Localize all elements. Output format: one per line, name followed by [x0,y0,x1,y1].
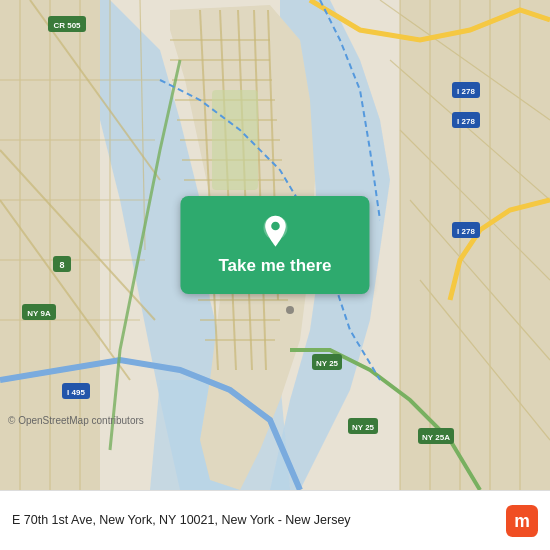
copyright-text: © OpenStreetMap contributors [8,415,144,426]
svg-text:NY 25: NY 25 [352,423,375,432]
svg-text:CR 505: CR 505 [53,21,81,30]
bottom-bar: E 70th 1st Ave, New York, NY 10021, New … [0,490,550,550]
svg-point-68 [286,306,294,314]
moovit-logo: m [506,505,538,537]
svg-point-70 [271,222,280,231]
svg-text:NY 25: NY 25 [316,359,339,368]
svg-text:I 278: I 278 [457,117,475,126]
svg-text:NY 9A: NY 9A [27,309,51,318]
take-me-there-button[interactable]: Take me there [180,196,369,294]
svg-text:8: 8 [59,260,64,270]
svg-rect-47 [212,90,258,190]
svg-text:m: m [514,511,530,531]
map-container: CR 505 I 278 I 278 I 278 NY 9A 8 NY 25 N… [0,0,550,490]
cta-overlay: Take me there [180,196,369,294]
svg-text:I 278: I 278 [457,227,475,236]
moovit-icon: m [506,505,538,537]
map-pin-icon [257,214,293,250]
button-label: Take me there [218,256,331,276]
svg-text:I 278: I 278 [457,87,475,96]
address-text: E 70th 1st Ave, New York, NY 10021, New … [12,512,506,530]
svg-text:I 495: I 495 [67,388,85,397]
svg-text:NY 25A: NY 25A [422,433,450,442]
svg-rect-2 [400,0,550,490]
